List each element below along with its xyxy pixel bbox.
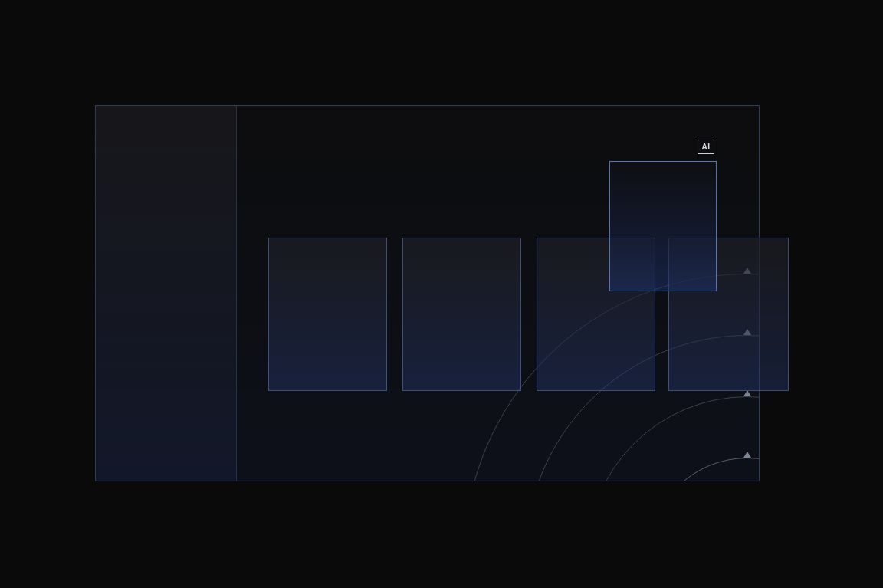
sidebar-panel bbox=[96, 106, 237, 481]
radar-ring-icon bbox=[648, 458, 760, 481]
ai-badge: AI bbox=[698, 140, 714, 154]
radar-marker-icon bbox=[743, 390, 751, 396]
content-card-selected[interactable] bbox=[609, 161, 717, 291]
ai-badge-label: AI bbox=[702, 143, 711, 151]
cards-row bbox=[268, 238, 655, 391]
radar-ring-icon bbox=[586, 396, 760, 481]
content-card[interactable] bbox=[402, 238, 521, 391]
content-card[interactable] bbox=[268, 238, 387, 391]
radar-marker-icon bbox=[743, 452, 751, 458]
